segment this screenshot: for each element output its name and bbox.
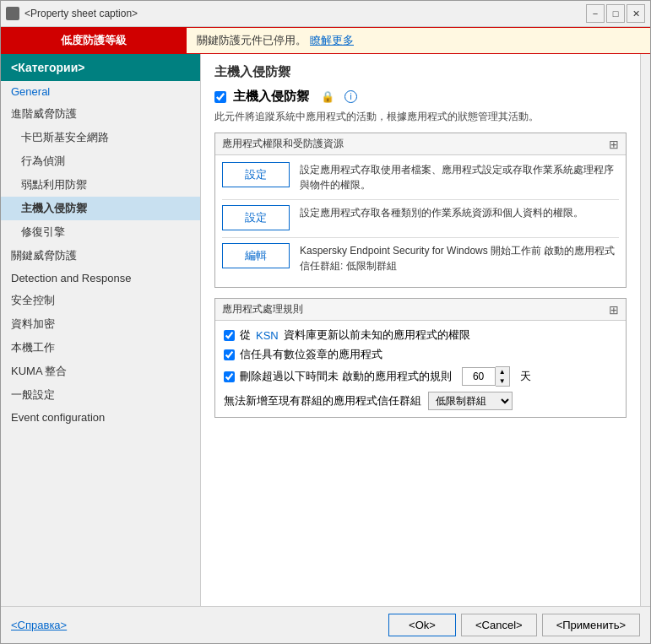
rules-group-content: 從 KSN 資料庫更新以前未知的應用程式的權限 信任具有數位簽章的應用程式 刪除… — [215, 321, 626, 417]
app-icon — [6, 7, 19, 20]
sidebar-item-kuma[interactable]: KUMA 整合 — [1, 360, 200, 383]
sidebar-item-event-config[interactable]: Event configuration — [1, 407, 200, 428]
check-ksn-label-post: 資料庫更新以前未知的應用程式的權限 — [284, 327, 470, 343]
permissions-group: 應用程式權限和受防護資源 ⊞ 設定 設定應用程式存取使用者檔案、應用程式設定或存… — [214, 133, 627, 288]
permissions-group-header: 應用程式權限和受防護資源 ⊞ — [215, 133, 626, 155]
spinner-down[interactable]: ▼ — [496, 376, 509, 386]
page-title: 主機入侵防禦 — [214, 64, 627, 80]
main-window: <Property sheet caption> − □ ✕ 低度防護等級 關鍵… — [0, 0, 651, 644]
delete-row: 刪除超過以下時間未 啟動的應用程式的規則 ▲ ▼ 天 — [224, 366, 617, 387]
rules-group-title: 應用程式處理規則 — [222, 302, 303, 317]
settings-desc-2: 設定應用程式存取各種類別的作業系統資源和個人資料的權限。 — [300, 205, 583, 220]
cancel-button[interactable]: <Cancel> — [461, 614, 537, 636]
number-spinner: ▲ ▼ — [496, 366, 510, 387]
main-content: <Категории> General 進階威脅防護 卡巴斯基安全網路 行為偵測… — [1, 54, 650, 606]
scrollbar[interactable] — [640, 54, 650, 606]
help-link[interactable]: <Справка> — [11, 619, 67, 631]
alert-bar: 低度防護等級 關鍵防護元件已停用。 瞭解更多 — [1, 27, 650, 54]
rules-group-header: 應用程式處理規則 ⊞ — [215, 299, 626, 321]
settings-btn-1[interactable]: 設定 — [222, 162, 290, 187]
days-label: 天 — [520, 369, 531, 384]
bottom-left: <Справка> — [11, 619, 67, 631]
rules-check-row-2: 信任具有數位簽章的應用程式 — [224, 347, 617, 362]
ok-button[interactable]: <Ok> — [388, 614, 456, 636]
alert-more-link[interactable]: 瞭解更多 — [310, 33, 354, 48]
title-buttons: − □ ✕ — [586, 4, 645, 23]
minimize-button[interactable]: − — [586, 4, 605, 23]
permissions-group-title: 應用程式權限和受防護資源 — [222, 137, 344, 151]
feature-label: 主機入侵防禦 — [233, 89, 309, 105]
sidebar-item-kaspersky-network[interactable]: 卡巴斯基安全網路 — [1, 126, 200, 149]
separator-1 — [222, 199, 619, 200]
rules-expand-icon[interactable]: ⊞ — [609, 303, 619, 317]
close-button[interactable]: ✕ — [627, 4, 645, 23]
permissions-group-content: 設定 設定應用程式存取使用者檔案、應用程式設定或存取作業系統處理程序與物件的權限… — [215, 155, 626, 287]
trust-select[interactable]: 低限制群組 中限制群組 高限制群組 不受信任 — [428, 392, 513, 410]
alert-info-text: 關鍵防護元件已停用。 — [197, 33, 307, 48]
check-ksn[interactable] — [224, 330, 235, 341]
sidebar-item-exploit[interactable]: 弱點利用防禦 — [1, 173, 200, 197]
trust-row: 無法新增至現有群組的應用程式信任群組 低限制群組 中限制群組 高限制群組 不受信… — [224, 392, 617, 410]
sidebar-item-general[interactable]: General — [1, 81, 200, 102]
settings-btn-3[interactable]: 編輯 — [222, 243, 290, 268]
permissions-expand-icon[interactable]: ⊞ — [609, 138, 619, 151]
settings-desc-1: 設定應用程式存取使用者檔案、應用程式設定或存取作業系統處理程序與物件的權限。 — [300, 162, 619, 192]
bottom-right: <Ok> <Cancel> <Применить> — [388, 614, 640, 636]
settings-desc-3: Kaspersky Endpoint Security for Windows … — [300, 243, 619, 273]
sidebar-item-critical-protection[interactable]: 關鍵威脅防護 — [1, 244, 200, 268]
spinner-up[interactable]: ▲ — [496, 367, 509, 376]
sidebar-item-data-encryption[interactable]: 資料加密 — [1, 312, 200, 336]
separator-2 — [222, 237, 619, 238]
bottom-bar: <Справка> <Ok> <Cancel> <Применить> — [1, 606, 650, 643]
settings-btn-2[interactable]: 設定 — [222, 205, 290, 230]
sidebar-item-advanced[interactable]: 進階威脅防護 — [1, 102, 200, 126]
sidebar-item-local-tasks[interactable]: 本機工作 — [1, 336, 200, 360]
lock-icon: 🔒 — [321, 90, 334, 103]
check-delete[interactable] — [224, 371, 235, 382]
sidebar-header: <Категории> — [1, 54, 200, 81]
alert-label: 低度防護等級 — [1, 28, 187, 53]
sidebar: <Категории> General 進階威脅防護 卡巴斯基安全網路 行為偵測… — [1, 54, 201, 606]
info-icon[interactable]: i — [344, 90, 357, 103]
settings-row-3: 編輯 Kaspersky Endpoint Security for Windo… — [222, 243, 619, 273]
feature-description: 此元件將追蹤系統中應用程式的活動，根據應用程式的狀態管理其活動。 — [214, 110, 627, 124]
settings-row-1: 設定 設定應用程式存取使用者檔案、應用程式設定或存取作業系統處理程序與物件的權限… — [222, 162, 619, 192]
number-input-container: ▲ ▼ — [462, 366, 510, 387]
sidebar-item-general-settings[interactable]: 一般設定 — [1, 383, 200, 407]
check-delete-label-pre: 刪除超過以下時間未 啟動的應用程式的規則 — [240, 369, 452, 384]
feature-enable-checkbox[interactable] — [214, 91, 226, 103]
apply-button[interactable]: <Применить> — [542, 614, 640, 636]
rules-group: 應用程式處理規則 ⊞ 從 KSN 資料庫更新以前未知的應用程式的權限 信任具有數… — [214, 298, 627, 418]
trust-label: 無法新增至現有群組的應用程式信任群組 — [224, 393, 421, 409]
rules-check-row-1: 從 KSN 資料庫更新以前未知的應用程式的權限 — [224, 327, 617, 343]
ksn-link[interactable]: KSN — [256, 329, 279, 342]
days-number-input[interactable] — [462, 367, 496, 386]
settings-row-2: 設定 設定應用程式存取各種類別的作業系統資源和個人資料的權限。 — [222, 205, 619, 230]
sidebar-item-remediation[interactable]: 修復引擎 — [1, 220, 200, 244]
title-bar: <Property sheet caption> − □ ✕ — [1, 1, 650, 27]
content-area: 主機入侵防禦 主機入侵防禦 🔒 i 此元件將追蹤系統中應用程式的活動，根據應用程… — [201, 54, 640, 606]
alert-info: 關鍵防護元件已停用。 瞭解更多 — [187, 28, 650, 53]
sidebar-item-security-control[interactable]: 安全控制 — [1, 289, 200, 312]
check-digital-sig-label: 信任具有數位簽章的應用程式 — [240, 347, 382, 362]
sidebar-item-host-intrusion[interactable]: 主機入侵防禦 — [1, 197, 200, 220]
check-digital-sig[interactable] — [224, 349, 235, 360]
maximize-button[interactable]: □ — [606, 4, 625, 23]
check-ksn-label-pre: 從 — [240, 327, 251, 343]
window-title: <Property sheet caption> — [24, 8, 586, 19]
sidebar-item-behavior[interactable]: 行為偵測 — [1, 149, 200, 173]
sidebar-item-detection-response[interactable]: Detection and Response — [1, 268, 200, 289]
feature-enable-row: 主機入侵防禦 🔒 i — [214, 89, 627, 105]
